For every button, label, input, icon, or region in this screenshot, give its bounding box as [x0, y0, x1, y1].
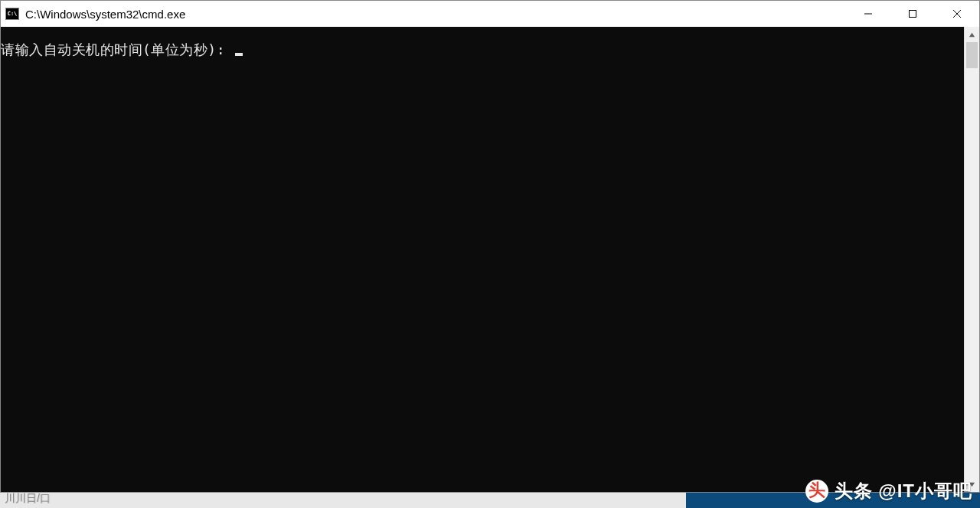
prompt-text: 请输入自动关机的时间(单位为秒):	[1, 41, 234, 57]
titlebar[interactable]: C:\ C:\Windows\system32\cmd.exe	[1, 1, 979, 27]
window-controls	[846, 1, 979, 27]
close-button[interactable]	[935, 1, 979, 27]
cmd-icon: C:\	[5, 8, 19, 20]
text-cursor	[235, 53, 243, 56]
scroll-track[interactable]	[965, 42, 979, 477]
console-area: 请输入自动关机的时间(单位为秒):	[1, 27, 979, 492]
scroll-thumb[interactable]	[966, 42, 978, 68]
watermark-text: 头条 @IT小哥吧	[835, 479, 972, 503]
partial-text: 川川日/口	[5, 492, 51, 506]
watermark-logo-icon: 头	[805, 480, 828, 503]
cmd-window: C:\ C:\Windows\system32\cmd.exe 请输入自动关机的…	[0, 0, 980, 493]
window-title: C:\Windows\system32\cmd.exe	[25, 8, 846, 21]
vertical-scrollbar[interactable]	[964, 27, 979, 492]
scroll-up-arrow-icon[interactable]	[965, 27, 979, 42]
console-output[interactable]: 请输入自动关机的时间(单位为秒):	[1, 27, 964, 492]
watermark: 头 头条 @IT小哥吧	[805, 479, 972, 503]
maximize-button[interactable]	[890, 1, 935, 27]
minimize-button[interactable]	[846, 1, 890, 27]
svg-rect-1	[910, 11, 916, 18]
